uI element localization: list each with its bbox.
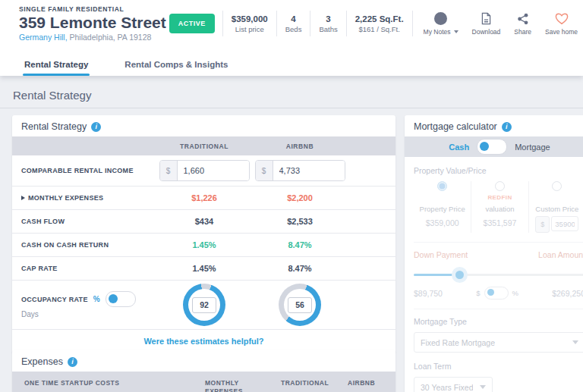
- loan-term-select[interactable]: 30 Years Fixed: [414, 377, 493, 392]
- loan-term-value: 30 Years Fixed: [421, 383, 473, 392]
- traditional-income-input-group: $: [159, 160, 250, 181]
- cap-rate-traditional: 1.45%: [156, 264, 252, 273]
- traditional-income-input[interactable]: [178, 161, 249, 180]
- column-traditional: TRADITIONAL: [281, 376, 348, 387]
- option-property-price[interactable]: Property Price $359,000: [414, 181, 471, 233]
- strategy-table-header: TRADITIONAL AIRBNB: [12, 136, 395, 155]
- chevron-down-icon: [572, 340, 578, 344]
- share-icon: [517, 13, 529, 25]
- mortgage-calculator-card: Mortgage calculator Cash Mortgage Proper…: [405, 115, 583, 392]
- monthly-expenses-label: MONTHLY EXPENSES: [28, 194, 103, 202]
- info-icon[interactable]: [502, 122, 512, 132]
- property-location: Germany Hill, Philadelphia, PA 19128: [19, 33, 166, 42]
- loan-amount-label: Loan Amount: [538, 250, 583, 259]
- sqft-value: 2,225 Sq.Ft.: [355, 14, 404, 24]
- currency-prefix: $: [535, 216, 550, 233]
- share-button[interactable]: Share: [514, 13, 531, 36]
- slider-handle[interactable]: [452, 267, 468, 283]
- my-notes-button[interactable]: My Notes: [424, 12, 459, 36]
- table-row-occupancy: OCCUPANCY RATE % Days 92 56: [12, 281, 395, 330]
- info-icon[interactable]: [68, 357, 77, 367]
- chevron-down-icon: [454, 30, 459, 33]
- airbnb-income-input[interactable]: [273, 161, 345, 180]
- neighborhood-link[interactable]: Germany Hill,: [19, 33, 68, 42]
- column-monthly-expenses: MONTHLY EXPENSES: [205, 376, 252, 392]
- column-airbnb: AIRBNB: [252, 143, 348, 150]
- custom-price-input[interactable]: [551, 216, 578, 231]
- beds-value: 4: [285, 14, 302, 24]
- stat-sqft: 2,225 Sq.Ft. $161 / Sq.Ft.: [346, 11, 413, 36]
- mortgage-type-select[interactable]: Fixed Rate Mortgage: [414, 332, 583, 353]
- header-actions: My Notes Download Share Save home: [424, 12, 583, 36]
- cash-mortgage-toggle[interactable]: [477, 139, 507, 155]
- property-price-label: Property Price: [420, 205, 465, 213]
- tab-rental-strategy[interactable]: Rental Strategy: [23, 52, 90, 76]
- table-row-cap-rate: CAP RATE 1.45% 8.47%: [12, 257, 395, 281]
- save-home-label: Save home: [545, 28, 578, 36]
- monthly-expenses-expander[interactable]: MONTHLY EXPENSES: [21, 194, 156, 202]
- table-row-cash-flow: CASH FLOW $434 $2,533: [12, 210, 395, 234]
- airbnb-occupancy-donut: 56: [279, 284, 321, 326]
- mortgage-label: Mortgage: [515, 143, 550, 152]
- custom-price-input-group: $: [535, 216, 578, 233]
- currency-prefix: $: [160, 161, 178, 180]
- chevron-down-icon: [480, 385, 486, 389]
- share-label: Share: [514, 28, 531, 36]
- price-per-sqft-label: $161 / Sq.Ft.: [355, 25, 404, 33]
- heart-icon: [555, 13, 569, 25]
- toggle-knob: [487, 289, 494, 296]
- stat-baths: 3 Baths: [310, 11, 345, 36]
- stat-list-price: $359,000 List price: [222, 11, 276, 36]
- page-title-divider: [0, 108, 583, 108]
- option-custom-price[interactable]: Custom Price $: [528, 181, 583, 233]
- expenses-table-header: ONE TIME STARTUP COSTS MONTHLY EXPENSES …: [12, 372, 395, 392]
- download-label: Download: [472, 28, 501, 36]
- coc-return-traditional: 1.45%: [156, 240, 252, 249]
- cap-rate-airbnb: 8.47%: [252, 264, 348, 273]
- occupancy-unit-toggle[interactable]: [106, 291, 136, 307]
- tab-rental-comps[interactable]: Rental Comps & Insights: [123, 52, 229, 76]
- page-head: Rental Strategy: [0, 76, 583, 108]
- pdf-download-icon: [480, 12, 493, 25]
- expenses-card-title: Expenses: [21, 356, 63, 367]
- cash-flow-airbnb: $2,533: [252, 217, 348, 226]
- option-redfin-valuation[interactable]: REDFIN valuation $351,597: [471, 181, 528, 233]
- download-button[interactable]: Download: [472, 12, 501, 36]
- property-value-label: Property Value/Price: [414, 166, 583, 175]
- cash-mortgage-toggle-row: Cash Mortgage: [405, 136, 583, 157]
- column-traditional: TRADITIONAL: [156, 143, 252, 150]
- redfin-brand: REDFIN: [487, 194, 512, 204]
- avatar-icon: [434, 12, 447, 25]
- column-airbnb: AIRBNB: [348, 376, 395, 387]
- occupancy-rate-label: OCCUPANCY RATE: [21, 296, 88, 303]
- dollar-percent-toggle[interactable]: [484, 287, 509, 299]
- page-title: Rental Strategy: [0, 76, 583, 102]
- table-row-coc-return: CASH ON CASH RETURN 1.45% 8.47%: [12, 234, 395, 257]
- table-row-monthly-expenses: MONTHLY EXPENSES $1,226 $2,200: [12, 187, 395, 210]
- save-home-button[interactable]: Save home: [545, 13, 578, 36]
- rental-strategy-card: Rental Strategy TRADITIONAL AIRBNB COMPA…: [12, 115, 395, 353]
- down-payment-value: $89,750: [414, 289, 443, 298]
- airbnb-occupancy-value[interactable]: 56: [288, 297, 312, 313]
- down-payment-slider[interactable]: [414, 267, 583, 282]
- price-options: Property Price $359,000 REDFIN valuation…: [414, 181, 583, 233]
- tab-bar: Rental Strategy Rental Comps & Insights: [0, 47, 583, 76]
- percent-symbol: %: [93, 295, 100, 303]
- cash-flow-label: CASH FLOW: [21, 218, 156, 225]
- expenses-card: Expenses ONE TIME STARTUP COSTS MONTHLY …: [12, 350, 395, 392]
- city-state-zip: Philadelphia, PA 19128: [68, 33, 152, 42]
- mortgage-calculator-title: Mortgage calculator: [414, 121, 497, 132]
- baths-label: Baths: [319, 25, 337, 33]
- my-notes-label: My Notes: [424, 28, 451, 36]
- mortgage-form: Property Value/Price Property Price $359…: [405, 157, 583, 392]
- radio-icon[interactable]: [495, 181, 505, 191]
- traditional-occupancy-value[interactable]: 92: [192, 297, 216, 313]
- radio-selected-icon[interactable]: [437, 181, 447, 191]
- address-block: SINGLE FAMILY RESIDENTIAL 359 Lemonte St…: [0, 5, 166, 42]
- radio-icon[interactable]: [552, 181, 562, 191]
- comparable-income-label: COMPARABLE RENTAL INCOME: [21, 167, 156, 174]
- info-icon[interactable]: [91, 122, 101, 132]
- coc-return-airbnb: 8.47%: [252, 240, 348, 249]
- status-badge: ACTIVE: [169, 14, 215, 33]
- toggle-knob: [480, 142, 489, 151]
